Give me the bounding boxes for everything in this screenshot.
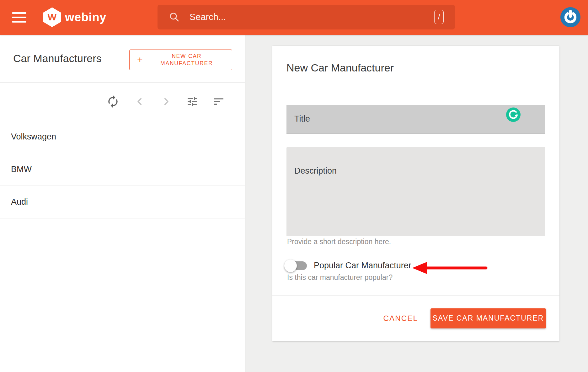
tune-sliders-icon [186,95,199,108]
new-button-label: NEW CAR MANUFACTURER [146,53,227,67]
form-card-footer: CANCEL SAVE CAR MANUFACTURER [272,295,559,341]
manufacturer-list: Volkswagen BMW Audi [0,121,245,218]
popular-toggle[interactable] [284,259,309,273]
logo-text: webiny [65,11,106,24]
user-avatar[interactable] [560,7,580,27]
search-bar: / [158,5,455,29]
next-page-button[interactable] [159,94,174,109]
list-item[interactable]: BMW [0,153,245,186]
list-item[interactable]: Volkswagen [0,121,245,153]
description-helper: Provide a short description here. [287,238,391,246]
popular-toggle-label: Popular Car Manufacturer [314,261,411,270]
list-item-label: BMW [11,165,32,174]
grammarly-g-icon [506,107,521,122]
chevron-left-icon [134,96,145,107]
form-card: New Car Manufacturer Provide a short des… [272,46,559,341]
filter-button[interactable] [185,94,200,109]
toggle-thumb [284,259,297,272]
refresh-icon [106,95,120,108]
sort-bars-icon [212,95,225,108]
cancel-button[interactable]: CANCEL [379,311,422,326]
search-input[interactable] [158,5,455,29]
description-field [286,147,545,236]
chevron-right-icon [161,96,172,107]
red-left-arrow [410,260,489,275]
divider [0,82,245,83]
top-app-bar: W webiny / [0,0,588,35]
grammarly-button[interactable] [506,107,521,122]
list-item-label: Volkswagen [11,132,56,142]
refresh-button[interactable] [105,94,120,109]
webiny-hexagon-icon: W [43,8,61,27]
list-item[interactable]: Audi [0,186,245,218]
form-card-header: New Car Manufacturer [272,46,559,90]
new-car-manufacturer-button[interactable]: + NEW CAR MANUFACTURER [129,50,232,70]
page-title: Car Manufacturers [13,52,102,65]
list-panel: Car Manufacturers + NEW CAR MANUFACTURER… [0,35,245,372]
gravatar-power-icon [560,7,580,27]
popular-helper: Is this car manufacturer popular? [287,273,393,282]
logo-monogram: W [48,12,56,23]
plus-icon: + [137,55,143,65]
description-input[interactable] [286,147,545,236]
list-item-label: Audi [11,197,28,207]
hamburger-icon [12,12,26,14]
previous-page-button[interactable] [132,94,147,109]
save-button[interactable]: SAVE CAR MANUFACTURER [430,308,546,328]
slash-shortcut-badge: / [434,10,444,24]
sort-button[interactable] [211,94,226,109]
form-title: New Car Manufacturer [286,62,394,74]
webiny-logo[interactable]: W webiny [43,7,106,27]
menu-button[interactable] [12,12,26,23]
